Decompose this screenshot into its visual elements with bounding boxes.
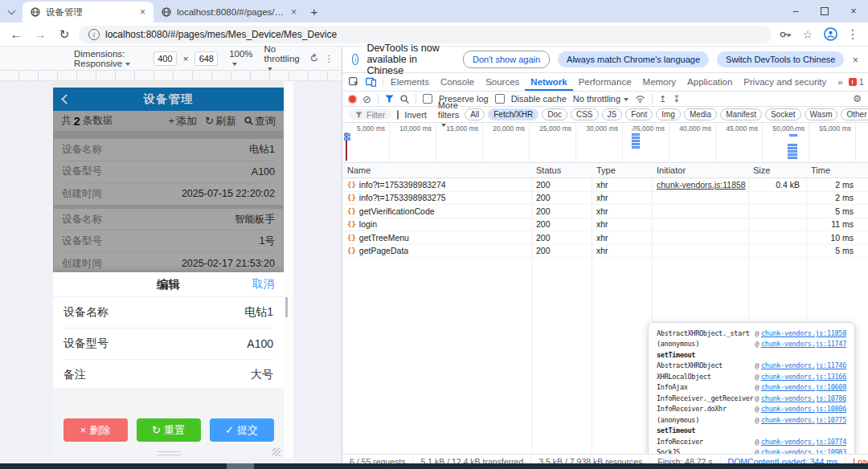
list-action-refresh[interactable]: ↻刷新	[205, 114, 236, 128]
profile-avatar[interactable]	[821, 27, 839, 41]
device-card[interactable]: 设备名称智能板手设备型号1号创建时间2025-02-17 21:53:20	[54, 209, 283, 275]
search-icon[interactable]	[400, 95, 409, 104]
stack-source-link[interactable]: chunk-vendors.js:10983	[761, 448, 846, 454]
tab-search-button[interactable]	[0, 0, 23, 22]
network-overview-timeline[interactable]: 5,000 ms10,000 ms15,000 ms20,000 ms25,00…	[342, 123, 868, 163]
stack-source-link[interactable]: chunk-vendors.js:11858	[761, 329, 846, 337]
inspect-icon[interactable]	[349, 77, 359, 87]
horizontal-scrollbar-thumb[interactable]	[227, 463, 254, 469]
device-toolbar-toggle-icon[interactable]	[366, 77, 376, 87]
device-card[interactable]: 设备名称电钻1设备型号A100创建时间2025-07-15 22:20:02	[54, 139, 283, 205]
forward-button[interactable]: →	[31, 27, 50, 41]
type-pill-css[interactable]: CSS	[571, 108, 599, 120]
resize-handle-icon[interactable]	[272, 448, 280, 456]
table-row[interactable]: {}info?t=1753398983274200xhrchunk-vendor…	[342, 178, 868, 192]
back-button[interactable]: ←	[6, 27, 26, 41]
devtools-tab-application[interactable]: Application	[682, 73, 738, 91]
banner-close-icon[interactable]: ×	[852, 54, 858, 66]
form-field[interactable]: 备注大号	[63, 360, 273, 391]
network-conditions-icon[interactable]	[635, 95, 645, 103]
restore-button[interactable]	[810, 0, 839, 22]
stack-source-link[interactable]: chunk-vendors.js:10775	[761, 416, 846, 424]
minimize-button[interactable]: –	[781, 0, 810, 22]
column-header-name[interactable]: Name	[342, 165, 531, 175]
list-action-plus[interactable]: +添加	[169, 114, 198, 128]
column-header-status[interactable]: Status	[531, 165, 592, 175]
stack-source-link[interactable]: chunk-vendors.js:11747	[761, 340, 846, 348]
address-bar[interactable]: i localhost:8080/#/pages/mes/Mes_Device/…	[79, 26, 772, 43]
stack-source-link[interactable]: chunk-vendors.js:10786	[761, 394, 846, 402]
tab-close-icon[interactable]: ×	[138, 6, 147, 18]
disable-cache-checkbox[interactable]	[495, 94, 505, 104]
zoom-select[interactable]: 100%	[229, 49, 252, 68]
initiator-link[interactable]: chunk-vendors.js:11858	[657, 180, 746, 190]
form-field[interactable]: 设备型号A100	[63, 328, 273, 360]
devtools-tab-privacy-and-security[interactable]: Privacy and security	[738, 73, 832, 91]
type-pill-socket[interactable]: Socket	[765, 108, 801, 120]
viewport-scrollbar-thumb[interactable]	[285, 297, 288, 317]
stack-source-link[interactable]: chunk-vendors.js:10774	[761, 438, 846, 446]
filter-input[interactable]: Filter	[349, 109, 391, 120]
table-row[interactable]: {}getVierificationCode200xhr5 ms	[342, 205, 868, 218]
devtools-tab-sources[interactable]: Sources	[480, 73, 525, 91]
browser-menu-icon[interactable]: ⋮	[844, 27, 862, 42]
bookmark-star-icon[interactable]: ☆	[799, 28, 817, 41]
password-key-icon[interactable]	[776, 31, 794, 39]
type-pill-wasm[interactable]: Wasm	[805, 108, 838, 120]
sheet-button-提交[interactable]: ✓提交	[210, 418, 274, 442]
filter-funnel-icon[interactable]	[385, 95, 394, 103]
cancel-button[interactable]: 取消	[252, 277, 274, 292]
column-header-type[interactable]: Type	[592, 165, 652, 175]
devtools-tab-console[interactable]: Console	[435, 73, 480, 91]
site-info-icon[interactable]: i	[88, 29, 100, 40]
dont-show-again-button[interactable]: Don't show again	[463, 51, 550, 68]
browser-tab-0[interactable]: 设备管理×	[23, 2, 154, 22]
form-field[interactable]: 设备名称电钻1	[63, 297, 273, 328]
stack-source-link[interactable]: chunk-vendors.js:11746	[761, 361, 846, 369]
type-pill-font[interactable]: Font	[625, 108, 653, 120]
dimensions-select[interactable]: Dimensions: Responsive	[74, 49, 147, 68]
tab-close-icon[interactable]: ×	[289, 6, 298, 18]
height-input[interactable]: 648	[194, 51, 218, 66]
browser-tab-1[interactable]: localhost:8080/#/pages/men×	[154, 2, 305, 22]
stack-source-link[interactable]: chunk-vendors.js:10806	[761, 405, 846, 413]
devtools-tab-performance[interactable]: Performance	[573, 73, 637, 91]
switch-to-chinese-button[interactable]: Switch DevTools to Chinese	[717, 51, 844, 67]
column-header-initiator[interactable]: Initiator	[652, 165, 748, 175]
table-row[interactable]: {}getTreeMenu200xhr10 ms	[342, 231, 868, 245]
type-pill-manifest[interactable]: Manifest	[720, 108, 762, 120]
close-window-button[interactable]: ×	[839, 0, 868, 22]
device-toolbar-menu-icon[interactable]: ⋮	[325, 53, 334, 64]
network-throttling-select[interactable]: No throttling	[573, 94, 628, 104]
type-pill-all[interactable]: All	[465, 108, 485, 120]
import-har-icon[interactable]: ↥	[659, 94, 666, 104]
reload-button[interactable]: ↻	[55, 27, 74, 42]
clear-button[interactable]: ⊘	[362, 93, 371, 105]
network-settings-gear-icon[interactable]: ⚙	[853, 93, 862, 104]
more-tabs-button[interactable]: »	[832, 73, 848, 91]
devtools-tab-memory[interactable]: Memory	[637, 73, 682, 91]
devtools-tab-network[interactable]: Network	[525, 73, 572, 91]
devtools-tab-elements[interactable]: Elements	[385, 73, 435, 91]
type-pill-media[interactable]: Media	[684, 108, 717, 120]
list-action-search[interactable]: 查询	[244, 114, 276, 128]
new-tab-button[interactable]: +	[305, 2, 324, 21]
type-pill-doc[interactable]: Doc	[542, 108, 567, 120]
back-chevron-icon[interactable]	[61, 94, 72, 104]
invert-checkbox[interactable]	[397, 110, 399, 120]
width-input[interactable]: 400	[154, 51, 177, 66]
throttling-select[interactable]: No throttling	[264, 44, 303, 73]
table-row[interactable]: {}login200xhr11 ms	[342, 218, 868, 232]
table-row[interactable]: {}getPageData200xhr5 ms	[342, 245, 868, 259]
sheet-button-删除[interactable]: ×删除	[63, 418, 128, 442]
preserve-log-checkbox[interactable]	[423, 94, 432, 104]
type-pill-fetch-xhr[interactable]: Fetch/XHR	[488, 108, 538, 120]
issues-badge[interactable]: !1	[849, 77, 864, 87]
drag-handle[interactable]	[157, 451, 181, 455]
stack-source-link[interactable]: chunk-vendors.js:13166	[761, 373, 846, 381]
table-row[interactable]: {}info?t=1753398983275200xhr2 ms	[342, 192, 868, 206]
rotate-icon[interactable]: ↻	[306, 51, 321, 65]
match-language-button[interactable]: Always match Chrome's language	[558, 51, 709, 67]
record-button[interactable]	[349, 96, 356, 103]
type-pill-js[interactable]: JS	[602, 108, 623, 120]
